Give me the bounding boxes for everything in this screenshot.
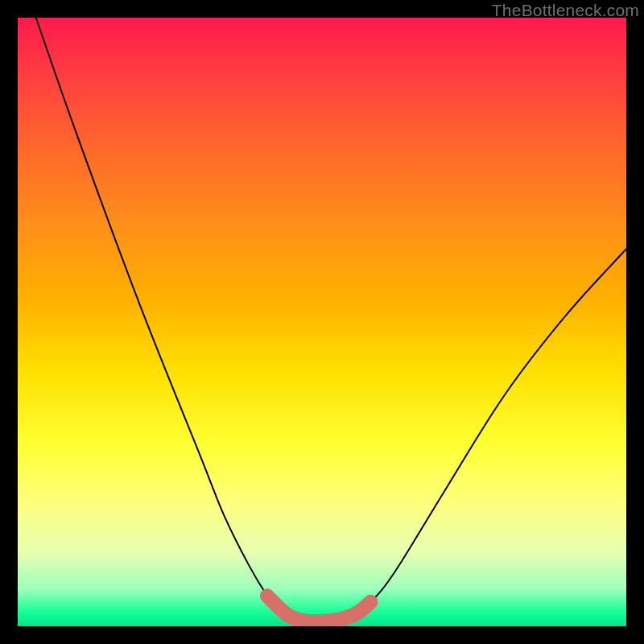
- chart-frame: TheBottleneck.com: [0, 0, 644, 644]
- curve-svg: [18, 18, 626, 626]
- plot-area: [18, 18, 626, 626]
- highlight-path: [267, 596, 371, 621]
- curve-path: [36, 18, 626, 621]
